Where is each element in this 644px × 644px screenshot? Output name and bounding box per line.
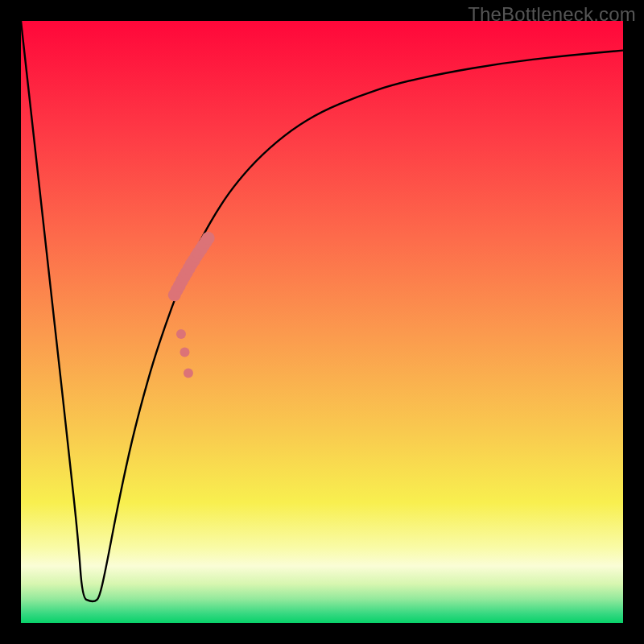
highlight-point [180,347,189,357]
plot-svg [21,21,623,623]
highlight-point [184,369,193,378]
chart-frame: TheBottleneck.com [0,0,644,644]
highlight-point [202,232,215,245]
plot-area [21,21,623,623]
watermark-text: TheBottleneck.com [468,3,636,26]
highlight-point [176,329,186,339]
